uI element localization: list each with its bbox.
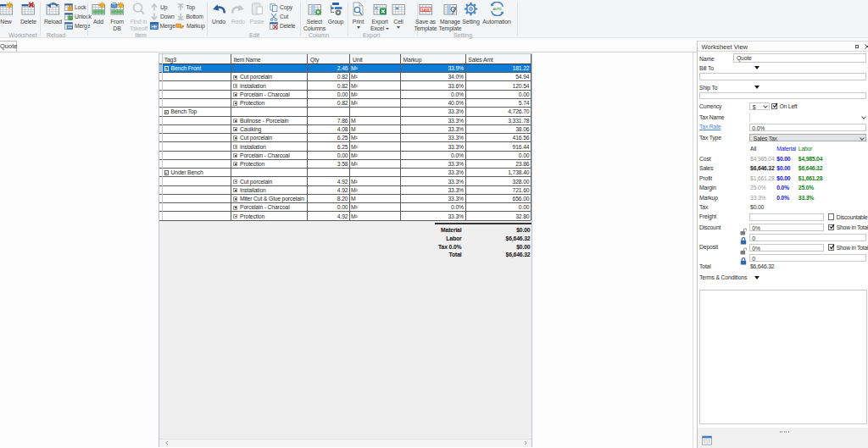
svg-text:SAVE: SAVE [421, 8, 430, 12]
svg-text:AUTO: AUTO [492, 8, 501, 11]
